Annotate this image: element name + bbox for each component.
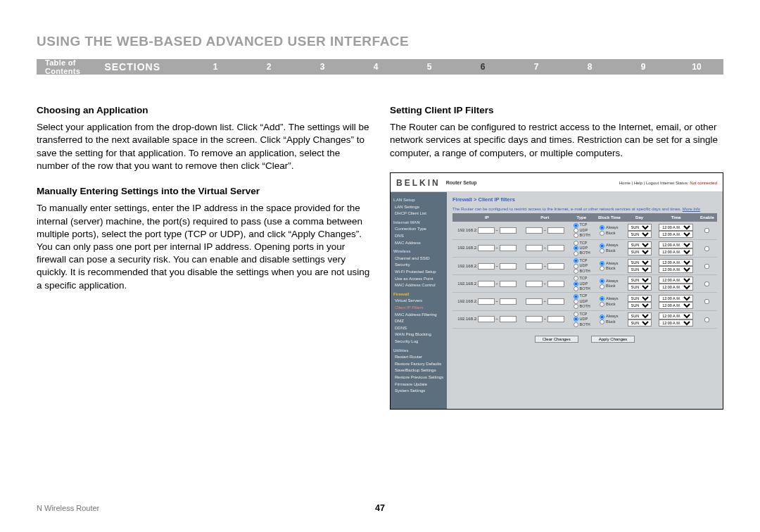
enable-checkbox[interactable] — [704, 281, 709, 286]
day-select[interactable]: SUN — [628, 224, 652, 231]
time-select[interactable]: 12:00 A.M. — [659, 266, 693, 273]
day-select[interactable]: SUN — [628, 266, 652, 273]
time-select[interactable]: 12:00 A.M. — [659, 277, 693, 284]
enable-checkbox[interactable] — [704, 317, 709, 322]
blocktime-option[interactable]: Block — [597, 319, 622, 324]
ip-end-input[interactable] — [500, 298, 517, 305]
sidebar-item[interactable]: LAN Settings — [393, 204, 447, 211]
section-link-1[interactable]: 1 — [189, 62, 242, 72]
port-end-input[interactable] — [547, 316, 564, 322]
blocktime-option[interactable]: Block — [597, 248, 622, 253]
type-option[interactable]: TCP — [571, 241, 593, 246]
type-option[interactable]: BOTH — [571, 286, 593, 291]
sidebar-group[interactable]: LAN Setup — [393, 197, 447, 204]
blocktime-option[interactable]: Always — [597, 261, 622, 266]
day-select[interactable]: SUN — [628, 241, 652, 248]
port-start-input[interactable] — [526, 316, 543, 322]
sidebar-item[interactable]: Security — [393, 262, 447, 269]
router-top-links[interactable]: Home | Help | Logout Internet Status: No… — [619, 180, 717, 186]
port-end-input[interactable] — [547, 263, 564, 270]
time-select[interactable]: 12:00 A.M. — [659, 312, 693, 319]
section-link-6[interactable]: 6 — [456, 62, 509, 72]
time-select[interactable]: 12:00 A.M. — [659, 231, 693, 238]
section-link-10[interactable]: 10 — [670, 62, 723, 72]
type-option[interactable]: BOTH — [571, 322, 593, 327]
sidebar-item[interactable]: Security Log — [393, 338, 447, 346]
clear-changes-button[interactable]: Clear Changes — [535, 336, 578, 343]
type-option[interactable]: BOTH — [571, 251, 593, 255]
section-link-7[interactable]: 7 — [509, 62, 563, 72]
sidebar-item[interactable]: Virtual Servers — [393, 298, 447, 305]
time-select[interactable]: 12:00 A.M. — [659, 224, 693, 231]
ip-end-input[interactable] — [500, 316, 517, 322]
ip-end-input[interactable] — [500, 227, 517, 234]
sidebar-group[interactable]: Wireless — [393, 248, 447, 255]
apply-changes-button[interactable]: Apply Changes — [591, 336, 635, 343]
port-start-input[interactable] — [526, 245, 543, 251]
time-select[interactable]: 12:00 A.M. — [659, 295, 693, 302]
ip-start-input[interactable] — [478, 263, 495, 270]
blocktime-option[interactable]: Block — [597, 284, 622, 289]
day-select[interactable]: SUN — [628, 259, 652, 266]
type-option[interactable]: UDP — [571, 281, 593, 286]
section-link-3[interactable]: 3 — [296, 62, 349, 72]
time-select[interactable]: 12:00 A.M. — [659, 284, 693, 291]
type-option[interactable]: BOTH — [571, 304, 593, 309]
more-info-link[interactable]: More Info — [683, 207, 700, 211]
time-select[interactable]: 12:00 A.M. — [659, 319, 693, 327]
day-select[interactable]: SUN — [628, 312, 652, 319]
port-end-input[interactable] — [547, 281, 564, 287]
type-option[interactable]: BOTH — [571, 269, 593, 274]
ip-start-input[interactable] — [478, 316, 495, 322]
sidebar-item[interactable]: Wi-Fi Protected Setup — [393, 269, 447, 276]
type-option[interactable]: BOTH — [571, 233, 593, 238]
type-option[interactable]: TCP — [571, 293, 593, 298]
type-option[interactable]: TCP — [571, 258, 593, 263]
sidebar-item[interactable]: Restart Router — [393, 354, 447, 361]
sidebar-item[interactable]: DNS — [393, 233, 447, 240]
ip-end-input[interactable] — [500, 281, 517, 287]
section-link-5[interactable]: 5 — [403, 62, 456, 72]
ip-start-input[interactable] — [478, 298, 495, 305]
sidebar-item[interactable]: System Settings — [393, 388, 447, 395]
sidebar-item[interactable]: Save/Backup Settings — [393, 367, 447, 374]
sidebar-group[interactable]: Firewall — [393, 291, 447, 298]
section-link-2[interactable]: 2 — [242, 62, 296, 72]
sidebar-item[interactable]: Restore Factory Defaults — [393, 361, 447, 368]
blocktime-option[interactable]: Block — [597, 302, 622, 307]
blocktime-option[interactable]: Block — [597, 231, 622, 236]
time-select[interactable]: 12:00 A.M. — [659, 302, 693, 309]
section-link-4[interactable]: 4 — [349, 62, 403, 72]
sidebar-group[interactable]: Utilities — [393, 348, 447, 355]
ip-start-input[interactable] — [478, 227, 495, 234]
day-select[interactable]: SUN — [628, 231, 652, 238]
ip-start-input[interactable] — [478, 281, 495, 287]
section-link-9[interactable]: 9 — [616, 62, 670, 72]
port-start-input[interactable] — [526, 298, 543, 305]
time-select[interactable]: 12:00 A.M. — [659, 259, 693, 266]
day-select[interactable]: SUN — [628, 284, 652, 291]
type-option[interactable]: UDP — [571, 246, 593, 251]
day-select[interactable]: SUN — [628, 295, 652, 302]
sidebar-item[interactable]: Client IP Filters — [393, 305, 447, 312]
sidebar-item[interactable]: Channel and SSID — [393, 255, 447, 262]
blocktime-option[interactable]: Block — [597, 266, 622, 271]
sidebar-item[interactable]: DDNS — [393, 325, 447, 332]
type-option[interactable]: UDP — [571, 263, 593, 268]
enable-checkbox[interactable] — [704, 299, 709, 304]
port-start-input[interactable] — [526, 281, 543, 287]
day-select[interactable]: SUN — [628, 302, 652, 309]
day-select[interactable]: SUN — [628, 248, 652, 255]
type-option[interactable]: UDP — [571, 228, 593, 233]
blocktime-option[interactable]: Always — [597, 243, 622, 248]
ip-start-input[interactable] — [478, 245, 495, 251]
section-link-8[interactable]: 8 — [563, 62, 616, 72]
type-option[interactable]: UDP — [571, 317, 593, 322]
sidebar-item[interactable]: Use as Access Point — [393, 276, 447, 283]
type-option[interactable]: TCP — [571, 222, 593, 227]
blocktime-option[interactable]: Always — [597, 314, 622, 319]
enable-checkbox[interactable] — [704, 246, 709, 251]
toc-link[interactable]: Table of Contents — [45, 58, 83, 75]
ip-end-input[interactable] — [500, 263, 517, 270]
enable-checkbox[interactable] — [704, 228, 709, 233]
